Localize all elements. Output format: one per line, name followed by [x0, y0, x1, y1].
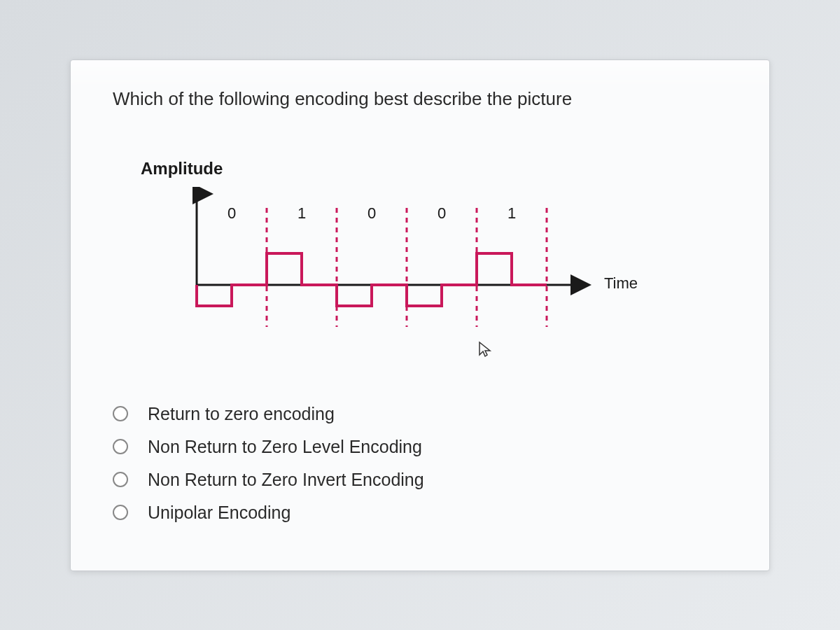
x-axis-label: Time [604, 274, 638, 293]
options-group: Return to zero encoding Non Return to Ze… [113, 404, 727, 523]
y-axis-label: Amplitude [141, 159, 223, 178]
question-text: Which of the following encoding best des… [113, 88, 727, 110]
radio-icon[interactable] [113, 406, 128, 421]
bit-label-3: 0 [438, 204, 446, 222]
option-label: Return to zero encoding [148, 404, 335, 424]
option-nrz-invert[interactable]: Non Return to Zero Invert Encoding [113, 470, 727, 490]
option-label: Non Return to Zero Invert Encoding [148, 470, 424, 490]
radio-icon[interactable] [113, 472, 128, 487]
option-return-to-zero[interactable]: Return to zero encoding [113, 404, 727, 424]
option-nrz-level[interactable]: Non Return to Zero Level Encoding [113, 437, 727, 457]
bit-label-0: 0 [227, 204, 236, 222]
bit-label-4: 1 [507, 204, 516, 222]
option-label: Non Return to Zero Level Encoding [148, 437, 422, 457]
quiz-card: Which of the following encoding best des… [70, 59, 770, 571]
bit-label-2: 0 [368, 204, 376, 222]
bit-label-1: 1 [298, 204, 306, 222]
option-label: Unipolar Encoding [148, 503, 290, 523]
option-unipolar[interactable]: Unipolar Encoding [113, 503, 727, 523]
encoding-diagram: Amplitude 0 1 0 [141, 159, 617, 355]
radio-icon[interactable] [113, 505, 128, 520]
radio-icon[interactable] [113, 439, 128, 454]
waveform-path [197, 253, 547, 306]
cursor-icon [477, 341, 493, 358]
diagram-svg: 0 1 0 0 1 [183, 187, 603, 348]
